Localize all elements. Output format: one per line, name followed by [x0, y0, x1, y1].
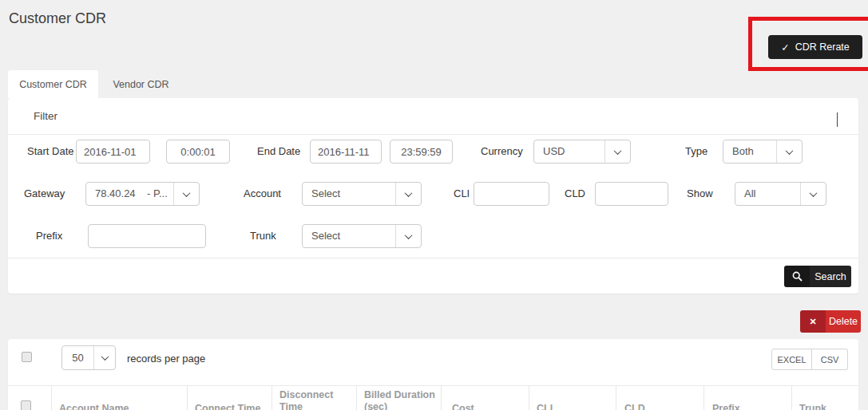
table-panel: 50 records per page EXCEL CSV Account Na…	[8, 339, 858, 410]
chevron-down-icon	[776, 140, 802, 163]
filter-collapse-button[interactable]	[837, 112, 838, 127]
trunk-value: Select	[303, 225, 395, 247]
gateway-value: 78.40.24 - P...	[86, 183, 173, 205]
prefix-input[interactable]	[88, 224, 206, 248]
cli-input[interactable]	[474, 182, 549, 206]
currency-select[interactable]: USD	[533, 140, 631, 164]
check-icon: ✓	[781, 41, 789, 53]
filter-section-title: Filter	[34, 110, 57, 122]
column-header-billed-duration[interactable]: Billed Duration (sec)	[364, 389, 447, 410]
column-divider	[187, 385, 188, 410]
column-header-account-name[interactable]: Account Name	[59, 403, 129, 410]
chevron-down-icon	[800, 183, 826, 205]
page-title: Customer CDR	[9, 10, 106, 27]
currency-label: Currency	[481, 146, 523, 157]
cli-label: CLI	[454, 188, 470, 199]
tab-customer-cdr[interactable]: Customer CDR	[8, 70, 98, 98]
cdr-rerate-label: CDR Rerate	[795, 41, 850, 53]
column-divider	[51, 385, 52, 410]
end-time-input[interactable]	[390, 140, 453, 164]
column-divider	[616, 385, 616, 410]
column-header-cld[interactable]: CLD	[624, 403, 645, 410]
type-value: Both	[723, 140, 776, 163]
cld-label: CLD	[565, 188, 585, 199]
end-date-input[interactable]	[310, 140, 382, 164]
x-icon: ✕	[800, 310, 826, 333]
export-excel-button[interactable]: EXCEL	[771, 349, 812, 370]
cdr-rerate-button[interactable]: ✓ CDR Rerate	[768, 35, 862, 59]
search-button[interactable]: Search	[784, 266, 851, 287]
currency-value: USD	[534, 140, 604, 163]
column-divider	[356, 385, 357, 410]
export-csv-button[interactable]: CSV	[812, 349, 848, 370]
account-value: Select	[303, 183, 395, 205]
end-date-label: End Date	[257, 146, 300, 157]
column-header-disconnect-time[interactable]: Disconnect Time	[279, 389, 345, 410]
chevron-down-icon	[604, 140, 630, 163]
type-label: Type	[685, 146, 707, 157]
gateway-label: Gateway	[24, 188, 65, 199]
column-divider	[791, 385, 792, 410]
search-button-label: Search	[810, 266, 851, 287]
export-button-group: EXCEL CSV	[771, 349, 848, 370]
customer-cdr-page: Customer CDR ✓ CDR Rerate Customer CDR V…	[0, 0, 868, 410]
tab-vendor-cdr[interactable]: Vendor CDR	[98, 70, 184, 98]
account-select[interactable]: Select	[302, 182, 422, 206]
chevron-down-icon	[837, 112, 838, 127]
column-header-cli[interactable]: CLI	[537, 403, 553, 410]
table-header-top-border	[8, 385, 858, 386]
column-divider	[529, 385, 529, 410]
trunk-label: Trunk	[250, 231, 276, 242]
records-per-page-label: records per page	[127, 353, 205, 365]
column-header-prefix[interactable]: Prefix	[712, 403, 740, 410]
start-time-input[interactable]	[166, 140, 230, 164]
select-all-checkbox[interactable]	[22, 352, 32, 362]
gateway-select[interactable]: 78.40.24 - P...	[85, 182, 200, 206]
row-select-checkbox[interactable]	[21, 400, 31, 410]
chevron-down-icon	[395, 183, 421, 205]
column-header-trunk[interactable]: Trunk	[799, 403, 826, 410]
start-date-label: Start Date	[27, 146, 74, 157]
delete-button-label: Delete	[826, 310, 861, 333]
show-value: All	[735, 183, 800, 205]
trunk-select[interactable]: Select	[302, 224, 422, 248]
chevron-down-icon	[173, 183, 199, 205]
account-label: Account	[244, 188, 281, 199]
cld-input[interactable]	[595, 182, 668, 206]
show-select[interactable]: All	[735, 182, 826, 206]
column-header-cost[interactable]: Cost	[452, 403, 474, 410]
chevron-down-icon	[93, 346, 115, 369]
column-divider	[271, 385, 272, 410]
chevron-down-icon	[395, 225, 421, 247]
column-header-connect-time[interactable]: Connect Time	[195, 403, 260, 410]
divider	[8, 134, 858, 135]
search-icon	[784, 266, 810, 287]
page-size-value: 50	[62, 346, 93, 369]
start-date-input[interactable]	[76, 140, 150, 164]
filter-panel: Filter Start Date End Date Currency USD …	[8, 98, 858, 294]
prefix-label: Prefix	[36, 231, 62, 242]
type-select[interactable]: Both	[723, 140, 803, 164]
column-divider	[704, 385, 704, 410]
divider	[8, 258, 858, 258]
page-size-select[interactable]: 50	[61, 345, 116, 370]
delete-button[interactable]: ✕ Delete	[800, 310, 861, 333]
show-label: Show	[687, 188, 713, 199]
